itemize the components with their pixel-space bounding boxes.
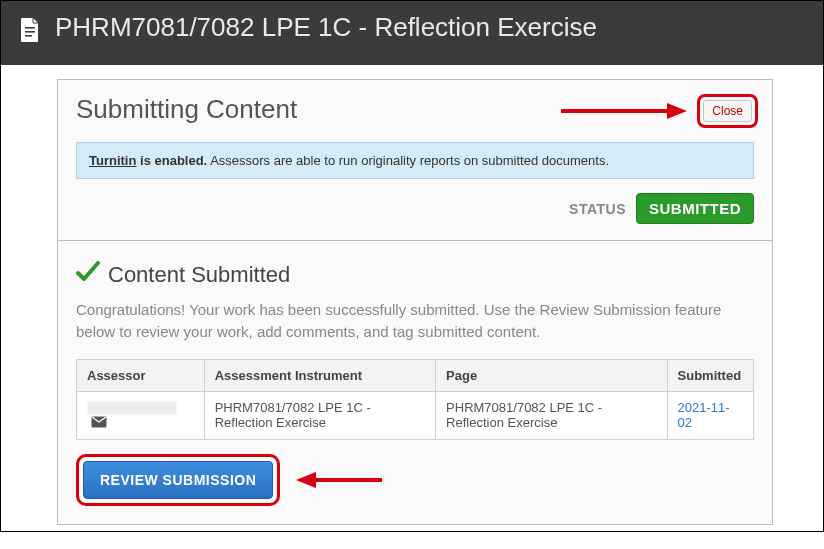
page-title: PHRM7081/7082 LPE 1C - Reflection Exerci… [55,11,597,45]
panel-header-row: Submitting Content Close [58,80,772,142]
svg-rect-2 [25,35,32,37]
congratulations-text: Congratulations! Your work has been succ… [76,299,754,343]
status-badge: SUBMITTED [636,193,754,224]
svg-rect-0 [25,27,35,29]
turnitin-rest-text: Assessors are able to run originality re… [207,153,609,168]
svg-marker-4 [667,103,687,119]
svg-rect-1 [25,31,35,33]
check-icon [76,261,100,289]
close-button-highlight: Close [697,94,758,128]
content-submitted-heading: Content Submitted [76,261,754,289]
review-row: REVIEW SUBMISSION [76,454,754,506]
col-assessor: Assessor [77,359,205,391]
annotation-arrow-review [294,467,384,493]
col-submitted: Submitted [667,359,753,391]
cell-assessor [77,391,205,440]
page-header: PHRM7081/7082 LPE 1C - Reflection Exerci… [1,1,823,65]
body-area: Submitting Content Close Turnitin is ena… [1,65,823,531]
review-button-highlight: REVIEW SUBMISSION [76,454,280,506]
mail-icon[interactable] [91,416,107,431]
status-row: STATUS SUBMITTED [58,193,772,240]
document-icon [19,17,41,47]
col-page: Page [436,359,667,391]
content-submitted-text: Content Submitted [108,262,290,288]
turnitin-link[interactable]: Turnitin [89,153,136,168]
turnitin-info-bar: Turnitin is enabled. Assessors are able … [76,142,754,179]
status-label: STATUS [569,201,626,217]
submission-table: Assessor Assessment Instrument Page Subm… [76,359,754,441]
table-header-row: Assessor Assessment Instrument Page Subm… [77,359,754,391]
col-instrument: Assessment Instrument [204,359,435,391]
svg-marker-7 [296,472,316,488]
cell-submitted: 2021-11-02 [667,391,753,440]
assessor-name-redacted [87,401,177,415]
table-row: PHRM7081/7082 LPE 1C - Reflection Exerci… [77,391,754,440]
panel-heading: Submitting Content [76,94,297,125]
cell-page: PHRM7081/7082 LPE 1C - Reflection Exerci… [436,391,667,440]
cell-instrument: PHRM7081/7082 LPE 1C - Reflection Exerci… [204,391,435,440]
close-button[interactable]: Close [703,100,752,122]
submitted-date-link[interactable]: 2021-11-02 [678,400,730,430]
content-submitted-section: Content Submitted Congratulations! Your … [58,241,772,524]
annotation-arrow-close [559,98,689,124]
submitting-content-panel: Submitting Content Close Turnitin is ena… [57,79,773,525]
turnitin-enabled-text: is enabled. [136,153,207,168]
review-submission-button[interactable]: REVIEW SUBMISSION [83,461,273,499]
